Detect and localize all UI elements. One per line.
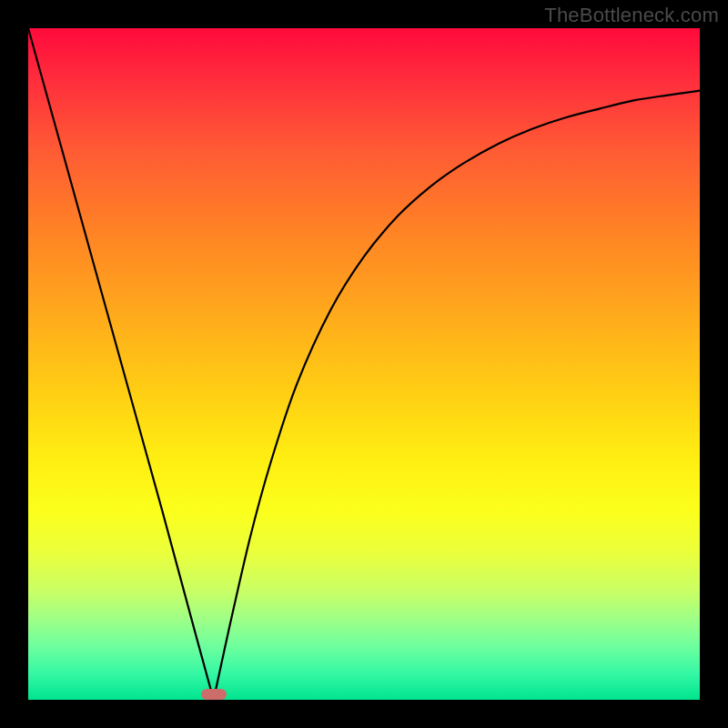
optimum-marker [201,689,227,700]
bottleneck-curve [28,28,700,700]
chart-frame: TheBottleneck.com [0,0,728,728]
plot-area [28,28,700,700]
watermark-label: TheBottleneck.com [544,4,719,27]
